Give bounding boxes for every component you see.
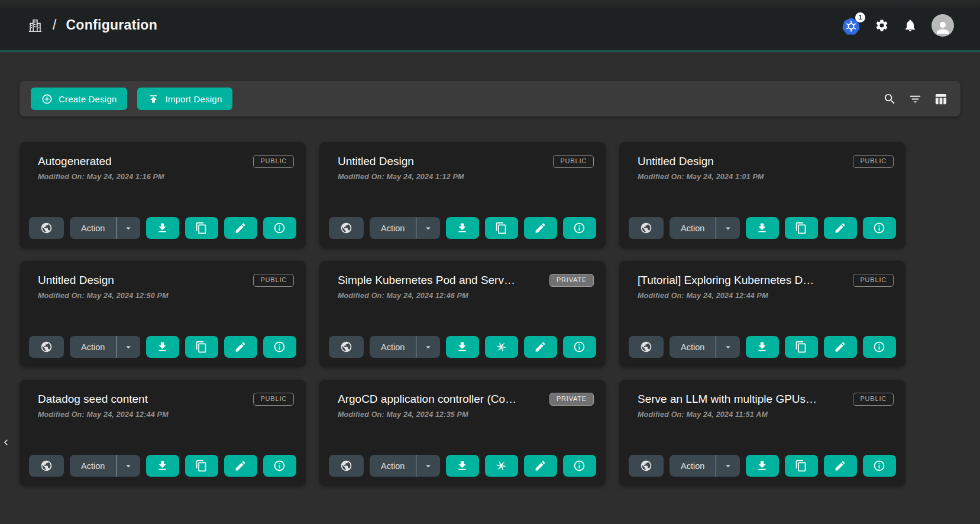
design-card: Untitled Design Modified On: May 24, 202…: [20, 261, 306, 367]
edit-button[interactable]: [224, 455, 257, 477]
action-button[interactable]: Action: [370, 217, 416, 239]
download-button[interactable]: [746, 455, 779, 477]
search-button[interactable]: [883, 92, 897, 106]
info-button[interactable]: [563, 455, 596, 477]
edit-button[interactable]: [524, 455, 557, 477]
globe-icon: [40, 222, 53, 234]
action-button[interactable]: Action: [370, 455, 416, 477]
clone-button[interactable]: [485, 455, 518, 477]
action-dropdown-button[interactable]: [716, 336, 739, 358]
action-split-button: Action: [70, 217, 140, 239]
download-button[interactable]: [446, 217, 479, 239]
visibility-chip: PUBLIC: [853, 274, 894, 287]
info-button[interactable]: [863, 455, 896, 477]
visibility-globe-button[interactable]: [329, 217, 364, 239]
visibility-globe-button[interactable]: [629, 336, 664, 358]
settings-button[interactable]: [875, 18, 889, 33]
action-button[interactable]: Action: [669, 336, 716, 358]
visibility-globe-button[interactable]: [329, 455, 364, 477]
download-button[interactable]: [446, 336, 479, 358]
copy-icon: [495, 222, 507, 234]
visibility-chip: PUBLIC: [253, 274, 294, 287]
clone-button[interactable]: [185, 336, 218, 358]
create-design-button[interactable]: Create Design: [31, 88, 127, 110]
download-button[interactable]: [146, 336, 179, 358]
edit-button[interactable]: [524, 336, 557, 358]
design-card: Datadog seed content Modified On: May 24…: [20, 380, 306, 486]
clone-button[interactable]: [785, 217, 818, 239]
visibility-globe-button[interactable]: [629, 217, 664, 239]
info-icon: [573, 341, 586, 353]
table-view-button[interactable]: [934, 92, 947, 106]
table-view-icon: [934, 92, 947, 106]
user-avatar[interactable]: [932, 14, 954, 37]
globe-icon: [340, 460, 352, 472]
info-button[interactable]: [263, 217, 296, 239]
action-dropdown-button[interactable]: [116, 217, 140, 239]
action-dropdown-button[interactable]: [416, 336, 439, 358]
edit-button[interactable]: [824, 217, 857, 239]
copy-icon: [795, 460, 807, 472]
design-card-actions: Action: [329, 455, 596, 477]
edit-button[interactable]: [224, 217, 257, 239]
action-button[interactable]: Action: [70, 455, 116, 477]
design-card: [Tutorial] Exploring Kubernetes D… Modif…: [619, 261, 905, 367]
design-card-actions: Action: [329, 217, 596, 239]
download-icon: [456, 460, 468, 472]
visibility-globe-button[interactable]: [29, 455, 64, 477]
action-button[interactable]: Action: [70, 217, 116, 239]
action-split-button: Action: [669, 217, 739, 239]
clone-button[interactable]: [785, 336, 818, 358]
edit-button[interactable]: [824, 455, 857, 477]
chevron-left-icon: [0, 436, 12, 448]
download-button[interactable]: [746, 336, 779, 358]
info-icon: [873, 341, 885, 353]
create-design-label: Create Design: [59, 94, 117, 104]
clone-button[interactable]: [785, 455, 818, 477]
info-button[interactable]: [263, 336, 296, 358]
visibility-globe-button[interactable]: [329, 336, 364, 358]
visibility-chip: PUBLIC: [253, 155, 294, 168]
notifications-button[interactable]: [903, 18, 917, 33]
edit-button[interactable]: [224, 336, 257, 358]
visibility-globe-button[interactable]: [629, 455, 664, 477]
kubernetes-context-button[interactable]: 1: [842, 16, 861, 35]
clone-button[interactable]: [185, 217, 218, 239]
design-modified-date: Modified On: May 24, 2024 12:46 PM: [338, 292, 542, 300]
action-button[interactable]: Action: [669, 217, 716, 239]
pencil-icon: [234, 460, 247, 472]
info-button[interactable]: [263, 455, 296, 477]
action-dropdown-button[interactable]: [716, 455, 739, 477]
download-button[interactable]: [446, 455, 479, 477]
action-button[interactable]: Action: [669, 455, 716, 477]
visibility-globe-button[interactable]: [29, 217, 64, 239]
action-dropdown-button[interactable]: [416, 455, 439, 477]
action-dropdown-button[interactable]: [116, 455, 140, 477]
visibility-globe-button[interactable]: [29, 336, 64, 358]
clone-button[interactable]: [185, 455, 218, 477]
action-dropdown-button[interactable]: [416, 217, 439, 239]
download-button[interactable]: [746, 217, 779, 239]
info-button[interactable]: [863, 217, 896, 239]
action-dropdown-button[interactable]: [116, 336, 140, 358]
action-button[interactable]: Action: [70, 336, 116, 358]
clone-button[interactable]: [485, 217, 518, 239]
download-button[interactable]: [146, 217, 179, 239]
info-button[interactable]: [563, 217, 596, 239]
chevron-down-icon: [723, 223, 733, 234]
copy-icon: [195, 460, 208, 472]
visibility-chip: PRIVATE: [549, 274, 594, 287]
edit-button[interactable]: [824, 336, 857, 358]
clone-button[interactable]: [485, 336, 518, 358]
import-design-button[interactable]: Import Design: [137, 88, 232, 110]
collapse-drawer-button[interactable]: [0, 434, 13, 451]
info-button[interactable]: [563, 336, 596, 358]
info-button[interactable]: [863, 336, 896, 358]
breadcrumb: / Configuration: [27, 17, 157, 34]
action-dropdown-button[interactable]: [716, 217, 739, 239]
download-button[interactable]: [146, 455, 179, 477]
edit-button[interactable]: [524, 217, 557, 239]
action-button[interactable]: Action: [370, 336, 416, 358]
action-split-button: Action: [70, 336, 140, 358]
filter-button[interactable]: [908, 92, 922, 106]
